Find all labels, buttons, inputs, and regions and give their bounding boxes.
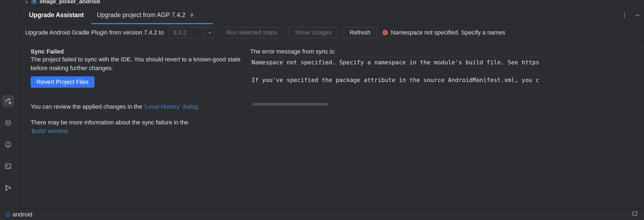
module-icon	[31, 0, 37, 4]
svg-rect-17	[385, 31, 385, 33]
target-version-select[interactable]: 8.3.2	[169, 27, 215, 38]
button-label: Revert Project Files	[37, 78, 89, 85]
output-line: Namespace not specified. Specify a names…	[252, 59, 539, 66]
toolbar-error: Namespace not specified. Specify a names	[382, 29, 505, 36]
review-changes-text: You can review the applied changes in th…	[31, 102, 245, 111]
chevron-down-icon[interactable]	[205, 27, 214, 38]
svg-point-10	[6, 189, 7, 190]
pin-icon[interactable]	[189, 12, 195, 18]
sync-error-lead: The error message from sync is:	[250, 48, 639, 55]
refresh-button[interactable]: Refresh	[343, 27, 377, 38]
button-label: Refresh	[350, 29, 371, 36]
error-icon	[382, 30, 388, 36]
upgrade-toolbar: Upgrade Android Gradle Plugin from versi…	[21, 24, 644, 41]
status-bar: android	[0, 209, 644, 220]
rail-vcs-icon[interactable]	[2, 182, 14, 194]
text-prefix: There may be more information about the …	[31, 119, 188, 126]
target-version-value: 8.3.2	[169, 27, 205, 38]
svg-rect-18	[385, 34, 385, 34]
upgrade-content: Sync Failed The project failed to sync w…	[21, 41, 644, 208]
tab-upgrade-project[interactable]: Upgrade project from AGP 7.4.2	[90, 6, 201, 24]
text-prefix: You can review the applied changes in th…	[31, 103, 144, 110]
tab-label: Upgrade Assistant	[29, 11, 84, 19]
svg-point-2	[9, 102, 11, 104]
module-square-icon	[6, 213, 10, 216]
svg-point-14	[624, 16, 625, 17]
button-label: Show Usages	[295, 29, 332, 36]
upgrade-assistant-panel: Upgrade Assistant Upgrade project from A…	[21, 6, 644, 209]
minimize-icon[interactable]	[635, 12, 640, 18]
svg-point-12	[624, 13, 625, 14]
status-branch-label: android	[12, 211, 32, 218]
button-label: Run selected steps	[226, 29, 277, 36]
project-tree-row[interactable]: image_picker_android	[24, 0, 100, 5]
more-vert-icon[interactable]	[622, 12, 627, 18]
svg-rect-8	[5, 164, 11, 168]
show-usages-button[interactable]: Show Usages	[289, 27, 338, 38]
status-notifications[interactable]	[632, 210, 638, 219]
svg-rect-1	[33, 0, 35, 2]
svg-point-13	[624, 15, 625, 16]
tool-rail	[0, 0, 16, 209]
toolbar-lead-text: Upgrade Android Gradle Plugin from versi…	[25, 29, 164, 36]
svg-point-7	[8, 146, 8, 146]
panel-tabs: Upgrade Assistant Upgrade project from A…	[21, 6, 644, 24]
svg-point-4	[9, 123, 9, 123]
chevron-right-icon	[24, 0, 29, 4]
svg-point-9	[6, 186, 7, 187]
rail-terminal-icon[interactable]	[2, 160, 14, 172]
horizontal-scrollbar[interactable]	[253, 103, 329, 106]
toolbar-error-text: Namespace not specified. Specify a names	[391, 29, 505, 36]
run-selected-steps-button[interactable]: Run selected steps	[220, 27, 283, 38]
tab-label: Upgrade project from AGP 7.4.2	[97, 11, 185, 19]
sync-failed-body: The project failed to sync with the IDE.…	[31, 55, 245, 73]
sync-error-output[interactable]: Namespace not specified. Specify a names…	[250, 57, 639, 107]
rail-problems-icon[interactable]	[2, 139, 14, 150]
sync-failed-title: Sync Failed	[31, 48, 245, 55]
status-branch[interactable]: android	[6, 211, 32, 218]
tree-item-label: image_picker_android	[40, 0, 100, 5]
rail-cat-icon[interactable]	[2, 117, 14, 129]
svg-rect-19	[633, 212, 637, 215]
local-history-link[interactable]: 'Local History' dialog	[144, 103, 198, 110]
svg-point-3	[7, 123, 8, 123]
revert-project-files-button[interactable]: Revert Project Files	[31, 76, 95, 88]
rail-upgrade-assistant[interactable]	[2, 95, 14, 107]
output-line: If you've specified the package attribut…	[252, 77, 539, 83]
tab-upgrade-assistant[interactable]: Upgrade Assistant	[29, 6, 90, 24]
more-info-text: There may be more information about the …	[31, 118, 245, 136]
build-window-link[interactable]: 'Build' window	[31, 128, 68, 134]
